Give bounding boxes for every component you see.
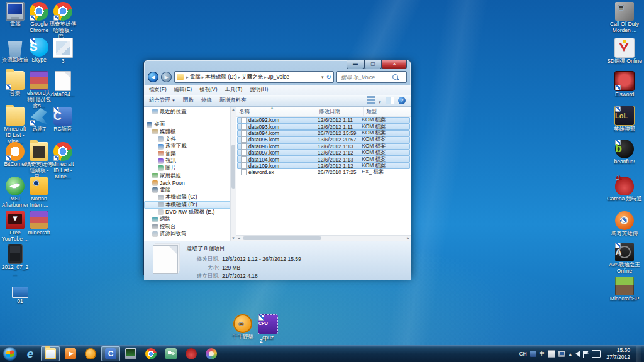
sidebar-item[interactable]: 網路	[144, 216, 236, 223]
internet-explorer[interactable]: e	[21, 346, 40, 361]
ime-icon[interactable]	[530, 351, 536, 357]
menu-item[interactable]: 說明(H)	[250, 86, 268, 95]
breadcrumb-item[interactable]: 艾爾之光	[242, 74, 263, 80]
toolbar-button[interactable]: 組合管理▼	[149, 97, 175, 103]
desktop-icon[interactable]: Minecraft ID List - Mine...	[49, 142, 77, 180]
back-button[interactable]: ◄	[148, 72, 158, 82]
afterburner[interactable]	[121, 346, 140, 361]
desktop-icon[interactable]: 2012_07_2...	[1, 244, 29, 277]
sidebar-scrollbar[interactable]: ▲ ▼	[230, 107, 236, 241]
sidebar-item[interactable]: 電腦	[144, 187, 236, 194]
toolbar-button[interactable]: 新增資料夾	[219, 97, 247, 103]
sidebar-item[interactable]: 最近的位置	[144, 108, 236, 116]
toolbar-button[interactable]: 開啟	[183, 97, 194, 103]
title-bar[interactable]: ▬ ▢ ×	[144, 60, 411, 70]
desktop-icon[interactable]: 01	[6, 282, 34, 305]
desktop-icon[interactable]: Elsword	[606, 71, 643, 98]
desktop-icon[interactable]: 英雄聯盟	[606, 106, 643, 133]
lang-chinese-indicator[interactable]: 中	[540, 350, 545, 358]
desktop-icon[interactable]: Call Of Duty Morden ...	[606, 2, 643, 34]
desktop-icon[interactable]: 千千靜聽	[229, 314, 257, 340]
sidebar-item[interactable]: 本機磁碟 (C:)	[144, 194, 236, 202]
minimize-button[interactable]: ▬	[347, 60, 364, 69]
action-center-icon[interactable]	[583, 351, 589, 358]
lang-indicator[interactable]: CH	[519, 351, 526, 357]
toolbar-button[interactable]: 燒錄	[201, 97, 212, 103]
forward-button[interactable]: ►	[161, 72, 172, 82]
column-header[interactable]: 類型	[364, 107, 411, 116]
sidebar-item[interactable]: Jack Poon	[144, 179, 236, 187]
messenger[interactable]	[162, 346, 180, 361]
desktop-icon[interactable]: 3	[49, 38, 77, 65]
close-button[interactable]: ×	[382, 60, 407, 69]
clock[interactable]: 15:30 27/7/2012	[604, 347, 633, 360]
desktop-icon[interactable]: 瑪奇英雄傳	[606, 211, 643, 237]
ttplayer[interactable]	[81, 346, 100, 361]
maximize-button[interactable]: ▢	[364, 60, 382, 69]
network-icon[interactable]	[592, 350, 601, 358]
sidebar-item[interactable]: 文件	[144, 136, 236, 143]
refresh-icon[interactable]: ↻	[326, 74, 331, 80]
sidebar-item[interactable]: 資源回收筒	[144, 231, 236, 238]
windows-explorer[interactable]	[41, 346, 60, 361]
rc-voice[interactable]: C	[101, 346, 120, 361]
desktop-icon[interactable]: RC語音	[49, 107, 77, 133]
desktop-icon[interactable]: data094...	[49, 71, 77, 98]
sidebar-item[interactable]: DVD RW 磁碟機 (E:)	[144, 209, 236, 216]
paint-tool[interactable]	[202, 346, 221, 361]
scrollbar-thumb[interactable]	[243, 236, 321, 240]
start-button[interactable]	[1, 346, 19, 361]
desktop-icon[interactable]: MinecraftSP	[606, 277, 643, 302]
breadcrumb[interactable]: ▸電腦▸本機磁碟 (D:)▸艾爾之光▸Jp_Voice ▾ ↻	[174, 71, 334, 83]
tray-app-icon[interactable]	[558, 351, 565, 357]
views-button[interactable]: ▼	[367, 96, 382, 105]
scroll-up-icon[interactable]: ▲	[231, 107, 236, 111]
show-desktop-button[interactable]	[636, 346, 641, 362]
menu-item[interactable]: 檢視(V)	[199, 86, 217, 95]
menu-item[interactable]: 編輯(E)	[174, 86, 192, 95]
desktop-icon[interactable]: Garena 競時通	[606, 177, 643, 202]
sidebar-item[interactable]: 家用群組	[144, 172, 236, 180]
column-header[interactable]: 名稱	[236, 107, 316, 116]
scroll-right-icon[interactable]: ►	[406, 236, 410, 241]
menu-item[interactable]: 工具(T)	[225, 86, 243, 95]
sidebar-item[interactable]: 桌面	[144, 121, 236, 129]
file-row[interactable]: elsword.ex_26/7/2010 17:25EX_ 檔案	[237, 169, 410, 175]
sidebar-item-label: 資源回收筒	[160, 230, 187, 238]
breadcrumb-item[interactable]: 本機磁碟 (D:)	[205, 74, 237, 80]
garena[interactable]	[182, 346, 201, 361]
desktop-icon[interactable]: Norton Intern...	[25, 177, 53, 209]
breadcrumb-item[interactable]: 電腦	[190, 74, 201, 80]
show-hidden-icons[interactable]: ▲	[568, 352, 572, 356]
search-input[interactable]	[340, 74, 392, 81]
desktop-icon[interactable]: AVA戰地之王 Online	[606, 243, 643, 275]
chrome[interactable]	[142, 346, 160, 361]
preview-pane-icon[interactable]	[386, 97, 394, 104]
scrollbar-thumb[interactable]	[231, 145, 235, 189]
sidebar-item[interactable]: 音樂	[144, 150, 236, 158]
scroll-down-icon[interactable]: ▼	[231, 236, 236, 240]
ime-mode-icon[interactable]	[548, 350, 555, 358]
breadcrumb-dropdown-icon[interactable]: ▾	[321, 75, 324, 80]
menu-item[interactable]: 檔案(F)	[149, 86, 167, 95]
recent-icon	[152, 109, 158, 114]
sidebar-item[interactable]: 圖片	[144, 165, 236, 172]
search-box[interactable]	[336, 71, 407, 83]
media-player[interactable]	[61, 346, 80, 361]
breadcrumb-item[interactable]: Jp_Voice	[268, 74, 290, 80]
desktop-icon[interactable]: cpuz	[254, 314, 282, 341]
desktop-icon[interactable]: beanfun!	[606, 140, 643, 165]
sidebar-item[interactable]: 媒體櫃	[144, 128, 236, 136]
sidebar-item[interactable]: 迅雷下載	[144, 143, 236, 150]
column-header[interactable]: 修改日期	[316, 107, 364, 116]
sidebar-item[interactable]: 控制台	[144, 223, 236, 231]
sidebar-item[interactable]: 視訊	[144, 158, 236, 165]
horizontal-scrollbar[interactable]: ◄ ►	[236, 235, 411, 241]
desktop-icon[interactable]: minecraft	[25, 211, 53, 236]
desktop-icon[interactable]: 瑪奇英雄傳哈啦板 - 巴...	[49, 2, 77, 40]
volume-icon[interactable]	[575, 351, 580, 357]
sidebar-item[interactable]: 本機磁碟 (D:)	[144, 201, 236, 209]
desktop-icon[interactable]: SD鋼彈 Online	[606, 38, 643, 65]
scroll-left-icon[interactable]: ◄	[237, 236, 241, 241]
help-icon[interactable]: ?	[398, 97, 406, 104]
